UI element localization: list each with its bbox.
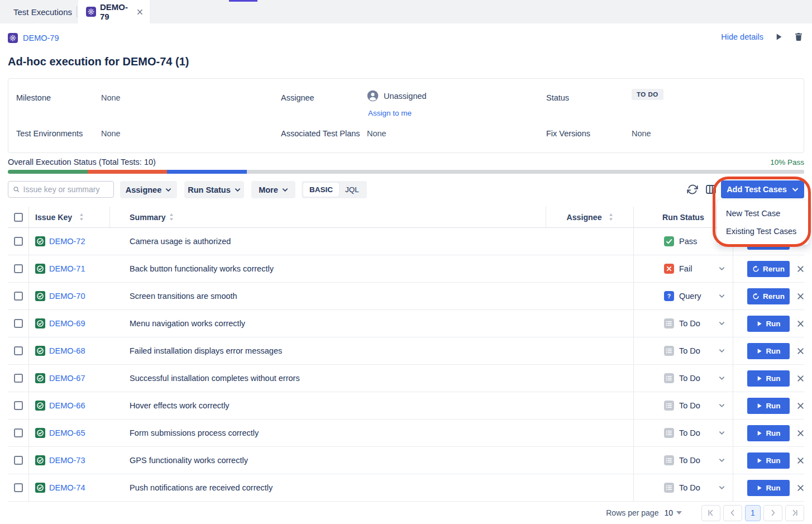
test-execution-icon <box>8 33 18 43</box>
remove-row-icon[interactable] <box>797 484 804 492</box>
hide-details-link[interactable]: Hide details <box>721 32 763 41</box>
remove-row-icon[interactable] <box>797 375 804 382</box>
issue-key-link[interactable]: DEMO-79 <box>23 34 59 42</box>
row-checkbox[interactable] <box>14 456 23 465</box>
issue-key-link[interactable]: DEMO-66 <box>49 401 85 410</box>
remove-row-icon[interactable] <box>797 293 804 300</box>
remove-row-icon[interactable] <box>797 347 804 355</box>
sort-icon[interactable] <box>79 213 84 221</box>
run-button[interactable]: Run <box>747 370 790 387</box>
issue-key-column-header[interactable]: Issue Key <box>29 207 110 227</box>
issue-key-link[interactable]: DEMO-74 <box>49 483 85 492</box>
run-status-filter-button[interactable]: Run Status <box>184 181 244 198</box>
tab-close-icon[interactable] <box>137 9 143 15</box>
status-chevron-icon[interactable] <box>719 431 725 435</box>
previous-page-button[interactable] <box>723 505 742 521</box>
issue-key-link[interactable]: DEMO-67 <box>49 374 85 383</box>
chevron-down-icon <box>792 187 799 192</box>
remove-row-icon[interactable] <box>797 320 804 327</box>
test-environments-value: None <box>101 129 121 138</box>
sort-icon[interactable] <box>169 213 174 221</box>
issue-key-link[interactable]: DEMO-71 <box>49 264 85 273</box>
status-todo-icon <box>664 401 674 411</box>
status-chevron-icon[interactable] <box>719 376 725 380</box>
remove-row-icon[interactable] <box>797 457 804 464</box>
test-case-icon <box>35 455 45 465</box>
more-filter-button[interactable]: More <box>251 181 295 198</box>
next-page-button[interactable] <box>763 505 782 521</box>
tab-demo-79[interactable]: DEMO-79 <box>78 0 150 23</box>
tab-divider <box>77 6 77 17</box>
status-chevron-icon[interactable] <box>719 403 725 408</box>
test-case-icon <box>35 483 45 493</box>
status-chevron-icon[interactable] <box>719 321 725 326</box>
assignee-column-header[interactable]: Assignee <box>546 207 634 227</box>
issue-key-link[interactable]: DEMO-65 <box>49 428 85 437</box>
issue-key-link[interactable]: DEMO-69 <box>49 319 85 328</box>
assignee-label: Assignee <box>281 93 314 102</box>
menu-item-existing-test-cases[interactable]: Existing Test Cases <box>717 222 809 240</box>
row-checkbox[interactable] <box>14 237 23 246</box>
row-checkbox[interactable] <box>14 401 23 410</box>
overall-status-title: Overall Execution Status (Total Tests: 1… <box>8 158 156 166</box>
assign-to-me-link[interactable]: Assign to me <box>368 109 412 117</box>
add-test-cases-button[interactable]: Add Test Cases <box>721 180 804 198</box>
run-button[interactable]: Run <box>747 316 790 332</box>
summary-column-header[interactable]: Summary <box>110 207 546 227</box>
status-chevron-icon[interactable] <box>719 266 725 271</box>
refresh-icon[interactable] <box>686 183 699 196</box>
play-icon[interactable] <box>775 32 783 41</box>
jql-mode-option[interactable]: JQL <box>339 183 365 197</box>
table-row: DEMO-73 GPS functionality works correctl… <box>8 447 804 474</box>
row-checkbox[interactable] <box>14 292 23 301</box>
sort-icon[interactable] <box>609 213 613 221</box>
test-case-icon <box>35 291 45 301</box>
chevron-down-icon <box>165 188 171 192</box>
trash-icon[interactable] <box>794 32 803 41</box>
pass-percentage: 10% Pass <box>770 158 804 166</box>
columns-icon[interactable] <box>705 183 717 196</box>
row-checkbox[interactable] <box>14 264 23 273</box>
assignee-filter-button[interactable]: Assignee <box>120 181 177 198</box>
status-chevron-icon[interactable] <box>719 349 725 353</box>
select-all-checkbox[interactable] <box>14 213 23 222</box>
issue-key-link[interactable]: DEMO-72 <box>49 237 85 246</box>
issue-key-link[interactable]: DEMO-73 <box>49 456 85 465</box>
row-checkbox[interactable] <box>14 374 23 383</box>
rerun-button[interactable]: Rerun <box>747 261 790 277</box>
row-checkbox[interactable] <box>14 483 23 492</box>
rows-per-page-select[interactable]: 10 <box>664 508 682 517</box>
first-page-button[interactable] <box>701 505 720 521</box>
status-badge: TO DO <box>632 89 663 100</box>
row-checkbox[interactable] <box>14 346 23 355</box>
row-summary: Failed installation displays error messa… <box>130 346 282 355</box>
search-input[interactable] <box>23 185 109 194</box>
tab-test-executions[interactable]: Test Executions <box>13 0 72 23</box>
run-button[interactable]: Run <box>747 343 790 359</box>
test-cases-table: Issue Key Summary Assignee Run Status DE… <box>8 207 804 502</box>
run-button[interactable]: Run <box>747 480 790 496</box>
row-checkbox[interactable] <box>14 428 23 437</box>
run-icon <box>756 348 762 354</box>
issue-key-link[interactable]: DEMO-68 <box>49 346 85 355</box>
basic-mode-option[interactable]: BASIC <box>303 183 339 197</box>
remove-row-icon[interactable] <box>797 402 804 409</box>
status-chevron-icon[interactable] <box>719 294 725 298</box>
status-chevron-icon[interactable] <box>719 458 725 463</box>
run-button[interactable]: Run <box>747 398 790 414</box>
current-page-button[interactable]: 1 <box>745 505 761 521</box>
run-icon <box>756 430 762 436</box>
run-status-value: Fail <box>679 264 692 273</box>
remove-row-icon[interactable] <box>797 430 804 437</box>
issue-key-link[interactable]: DEMO-70 <box>49 292 85 301</box>
run-button[interactable]: Run <box>747 425 790 441</box>
run-button[interactable]: Run <box>747 452 790 469</box>
row-checkbox[interactable] <box>14 319 23 328</box>
row-summary: Menu navigation works correctly <box>130 319 245 328</box>
menu-item-new-test-case[interactable]: New Test Case <box>717 204 809 222</box>
rerun-button[interactable]: Rerun <box>747 288 790 304</box>
remove-row-icon[interactable] <box>797 265 804 273</box>
last-page-button[interactable] <box>785 505 804 521</box>
status-chevron-icon[interactable] <box>719 485 725 490</box>
table-footer: Rows per page 10 1 <box>8 502 804 524</box>
